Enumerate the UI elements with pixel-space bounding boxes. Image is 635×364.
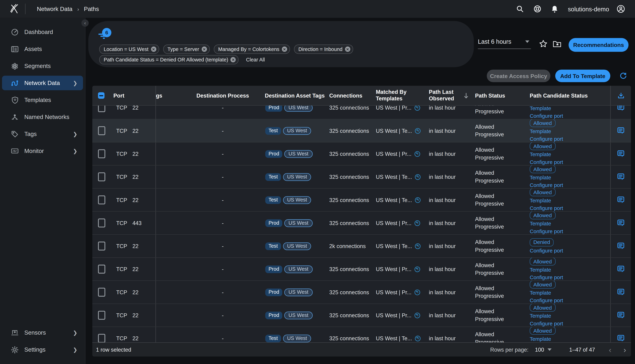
notifications-icon[interactable] [551, 5, 558, 13]
table-row[interactable]: TCP22-ProdUS West325 connectionsUS West … [92, 142, 631, 166]
table-row[interactable]: TCP22-ProdUS West325 connectionsUS West … [92, 258, 631, 281]
candidate-action-link[interactable]: Template [530, 106, 551, 112]
search-icon[interactable] [516, 5, 524, 12]
table-row[interactable]: TCP443-ProdUS West325 connectionsUS West… [92, 212, 631, 234]
table-row[interactable]: TCP22-TestUS West2k connectionsUS West |… [92, 235, 631, 258]
path-notes-icon[interactable] [617, 265, 624, 273]
column-matched-by-templates[interactable]: Matched By Templates [375, 89, 427, 102]
sidebar-item-tags[interactable]: Tags❯ [2, 126, 83, 141]
table-row[interactable]: TCP22-TestUS West325 connectionsUS West … [92, 119, 631, 142]
saved-filters-folder-icon[interactable] [553, 40, 561, 48]
path-notes-icon[interactable] [617, 288, 624, 296]
remove-filter-icon[interactable]: ✕ [345, 46, 350, 52]
matched-template-link-icon[interactable] [415, 197, 421, 203]
column-path-status[interactable]: Path Status [472, 92, 527, 98]
column-destination-process[interactable]: Destination Process [166, 92, 263, 98]
sidebar-item-assets[interactable]: Assets [2, 42, 83, 56]
candidate-action-link[interactable]: Template [530, 220, 551, 227]
help-icon[interactable] [533, 5, 542, 13]
row-checkbox[interactable] [98, 265, 105, 274]
sidebar-collapse-button[interactable]: ‹ [81, 20, 89, 27]
table-row[interactable]: TCP22-ProdUS West325 connectionsUS West … [92, 281, 631, 304]
path-notes-icon[interactable] [617, 173, 624, 180]
filter-chip[interactable]: Location = US West✕ [99, 44, 159, 54]
candidate-action-link[interactable]: Template [530, 290, 551, 296]
row-checkbox[interactable] [98, 218, 105, 227]
candidate-action-link[interactable]: Configure port [530, 274, 563, 280]
sidebar-item-dashboard[interactable]: Dashboard [2, 24, 83, 39]
filter-chip[interactable]: Managed By = Colortokens✕ [214, 44, 290, 54]
row-checkbox[interactable] [98, 126, 105, 135]
remove-filter-icon[interactable]: ✕ [282, 46, 287, 52]
candidate-action-link[interactable]: Configure port [530, 320, 563, 326]
sidebar-item-named-networks[interactable]: Named Networks [2, 110, 83, 124]
download-icon[interactable] [617, 92, 624, 99]
column-path-last-observed[interactable]: Path Last Observed [427, 86, 472, 105]
matched-template-link-icon[interactable] [414, 106, 420, 111]
candidate-action-link[interactable]: Template [530, 313, 551, 320]
row-checkbox[interactable] [98, 334, 105, 342]
candidate-action-link[interactable]: Configure port [530, 228, 563, 234]
candidate-action-link[interactable]: Template [530, 128, 551, 135]
account-name[interactable]: solutions-demo [568, 6, 609, 12]
matched-template-link-icon[interactable] [415, 128, 421, 134]
row-checkbox[interactable] [98, 311, 105, 320]
remove-filter-icon[interactable]: ✕ [151, 46, 156, 52]
candidate-action-link[interactable]: Template [530, 267, 551, 273]
table-row[interactable]: TCP22-TestUS West325 connectionsUS West … [92, 166, 631, 188]
next-page-button[interactable]: › [623, 346, 626, 354]
sidebar-item-sensors[interactable]: Sensors❯ [2, 326, 83, 340]
previous-page-button[interactable]: ‹ [609, 346, 611, 354]
sidebar-item-monitor[interactable]: Monitor❯ [2, 144, 83, 158]
path-notes-icon[interactable] [617, 219, 624, 227]
path-notes-icon[interactable] [617, 150, 624, 158]
path-notes-icon[interactable] [617, 312, 624, 319]
account-icon[interactable] [616, 4, 625, 13]
rows-per-page-select[interactable]: 100 [535, 347, 553, 353]
add-to-template-button[interactable]: Add To Template [555, 70, 610, 82]
row-checkbox[interactable] [98, 172, 105, 181]
candidate-action-link[interactable]: Configure port [530, 136, 563, 142]
sort-desc-icon[interactable] [464, 92, 468, 98]
path-notes-icon[interactable] [617, 106, 624, 112]
candidate-action-link[interactable]: Configure port [530, 248, 563, 254]
matched-template-link-icon[interactable] [415, 335, 421, 341]
remove-filter-icon[interactable]: ✕ [231, 57, 236, 62]
candidate-action-link[interactable]: Configure port [530, 205, 563, 211]
favorite-star-icon[interactable] [539, 40, 547, 48]
select-all-checkbox[interactable] [98, 92, 105, 99]
recommendations-button[interactable]: Recommendations [568, 38, 628, 52]
row-checkbox[interactable] [98, 149, 105, 158]
path-notes-icon[interactable] [617, 242, 624, 250]
column-port[interactable]: Port [113, 92, 124, 98]
matched-template-link-icon[interactable] [414, 151, 420, 157]
path-notes-icon[interactable] [617, 334, 624, 342]
sidebar-item-settings[interactable]: Settings❯ [2, 342, 83, 357]
candidate-action-link[interactable]: Configure port [530, 113, 563, 119]
candidate-action-link[interactable]: Configure port [530, 298, 563, 304]
candidate-action-link[interactable]: Template [530, 151, 551, 158]
table-row[interactable]: TCP22-ProdUS West325 connectionsUS West … [92, 304, 631, 327]
candidate-action-link[interactable]: Template [530, 198, 551, 204]
refresh-icon[interactable] [619, 72, 627, 80]
table-row[interactable]: TCP22-ProdUS West325 connectionsUS West … [92, 106, 631, 120]
sidebar-item-network-data[interactable]: Network Data❯ [2, 76, 83, 90]
sidebar-item-templates[interactable]: Templates [2, 92, 83, 107]
matched-template-link-icon[interactable] [414, 220, 420, 226]
column-destination-asset-tags[interactable]: Destination Asset Tags [263, 92, 328, 98]
sidebar-item-segments[interactable]: Segments [2, 58, 83, 73]
candidate-action-link[interactable]: Configure port [530, 182, 563, 188]
column-path-candidate-status[interactable]: Path Candidate Status [526, 92, 610, 98]
breadcrumb-parent[interactable]: Network Data [37, 6, 73, 12]
filter-chip[interactable]: Direction = Inbound✕ [294, 44, 353, 54]
path-notes-icon[interactable] [617, 196, 624, 204]
table-row[interactable]: TCP22-TestUS West325 connectionsUS West … [92, 188, 631, 212]
table-row[interactable]: TCP22-TestUS West325 connectionsUS West … [92, 327, 631, 342]
filter-chip[interactable]: Path Candidate Status = Denied OR Allowe… [99, 55, 239, 64]
row-checkbox[interactable] [98, 196, 105, 204]
matched-template-link-icon[interactable] [414, 289, 420, 295]
candidate-action-link[interactable]: Template [530, 174, 551, 181]
column-connections[interactable]: Connections [328, 92, 375, 98]
row-checkbox[interactable] [98, 242, 105, 250]
create-access-policy-button[interactable]: Create Access Policy [487, 70, 550, 82]
